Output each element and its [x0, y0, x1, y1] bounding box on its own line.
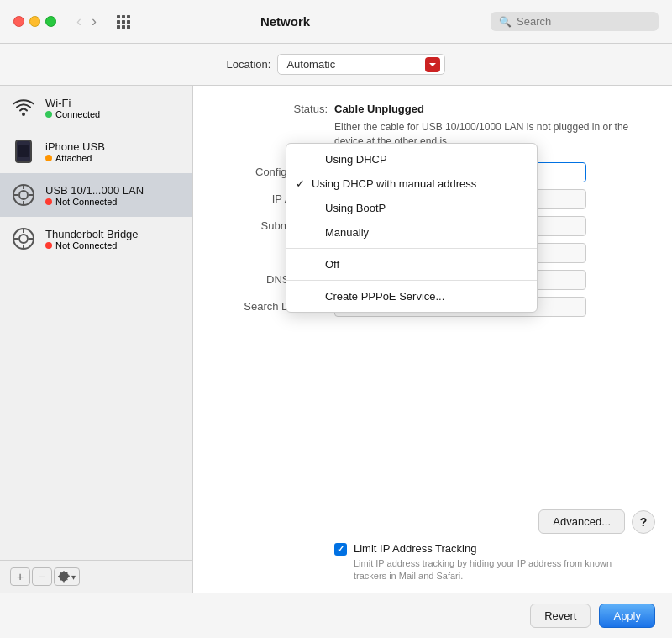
phone-icon	[10, 138, 37, 165]
dropdown-menu: Using DHCP ✓ Using DHCP with manual addr…	[286, 143, 538, 313]
usb-lan-icon	[10, 182, 37, 208]
sidebar-usb-text: USB 10/1...000 LAN Not Connected	[45, 184, 144, 207]
dropdown-item-using-dhcp-manual[interactable]: ✓ Using DHCP with manual address	[286, 171, 537, 196]
svg-point-0	[22, 113, 25, 116]
back-button[interactable]: ‹	[73, 11, 85, 32]
dropdown-divider-1	[286, 248, 537, 249]
checkmark-using-dhcp-manual: ✓	[293, 177, 307, 190]
sidebar-wifi-text: Wi-Fi Connected	[45, 97, 100, 119]
location-bar: Location: Automatic	[0, 44, 672, 86]
checkmark-using-dhcp	[307, 153, 320, 166]
dropdown-label-using-bootp: Using BootP	[325, 202, 386, 214]
location-select-wrapper: Automatic	[277, 54, 445, 75]
title-bar: ‹ › Network 🔍	[0, 0, 672, 44]
gear-menu-button[interactable]: ▾	[54, 567, 80, 586]
location-select[interactable]: Automatic	[277, 54, 445, 75]
status-dot-red	[45, 198, 52, 205]
dropdown-label-manually: Manually	[325, 226, 369, 239]
location-label: Location:	[227, 58, 271, 71]
sidebar-usb-name: USB 10/1...000 LAN	[45, 184, 144, 197]
close-button[interactable]	[13, 16, 24, 27]
dropdown-item-using-bootp[interactable]: Using BootP	[286, 196, 537, 220]
dropdown-item-manually[interactable]: Manually	[286, 220, 537, 245]
minimize-button[interactable]	[29, 16, 40, 27]
traffic-lights	[13, 16, 56, 27]
gear-dropdown-arrow: ▾	[71, 572, 76, 582]
dropdown-label-off: Off	[325, 258, 339, 271]
checkmark-off	[307, 258, 320, 271]
maximize-button[interactable]	[45, 16, 56, 27]
sidebar-iphone-name: iPhone USB	[45, 140, 105, 153]
limit-ip-text: Limit IP Address Tracking Limit IP addre…	[354, 542, 647, 583]
sidebar-wifi-name: Wi-Fi	[45, 97, 100, 109]
search-icon: 🔍	[499, 16, 512, 28]
status-dot-red2	[45, 242, 52, 249]
thunderbolt-icon	[10, 225, 37, 252]
dropdown-divider-2	[286, 280, 537, 281]
sidebar-thunderbolt-status: Not Connected	[45, 240, 139, 250]
sidebar-item-iphone-usb[interactable]: iPhone USB Attached	[0, 129, 192, 173]
limit-ip-tracking-row: ✓ Limit IP Address Tracking Limit IP add…	[334, 324, 647, 583]
dropdown-item-off[interactable]: Off	[286, 252, 537, 277]
help-button[interactable]: ?	[632, 510, 655, 534]
dropdown-label-create-pppoe: Create PPPoE Service...	[325, 290, 444, 303]
status-label: Status:	[218, 103, 328, 115]
add-network-button[interactable]: +	[10, 567, 30, 586]
svg-point-2	[19, 191, 28, 199]
search-bar[interactable]: 🔍	[491, 12, 659, 31]
sidebar-bottom: + − ▾	[0, 560, 192, 593]
sidebar-list: Wi-Fi Connected iPhone USB	[0, 86, 192, 560]
remove-network-button[interactable]: −	[32, 567, 52, 586]
sidebar-usb-status: Not Connected	[45, 197, 144, 207]
gear-icon	[58, 571, 70, 583]
sidebar-thunderbolt-name: Thunderbolt Bridge	[45, 228, 139, 240]
detail-panel: Status: Cable Unplugged Either the cable…	[193, 86, 672, 593]
status-dot-yellow	[45, 155, 52, 161]
checkmark-using-bootp	[307, 202, 320, 214]
sidebar-iphone-status: Attached	[45, 153, 105, 163]
bottom-bar: Revert Apply	[0, 593, 672, 638]
sidebar-thunderbolt-text: Thunderbolt Bridge Not Connected	[45, 228, 139, 250]
dropdown-label-using-dhcp-manual: Using DHCP with manual address	[312, 177, 476, 190]
status-value: Cable Unplugged	[334, 103, 424, 115]
page-title: Network	[90, 14, 480, 29]
checkmark-manually	[307, 226, 320, 239]
sidebar-item-wifi[interactable]: Wi-Fi Connected	[0, 86, 192, 129]
sidebar-iphone-text: iPhone USB Attached	[45, 140, 105, 163]
apply-button[interactable]: Apply	[599, 604, 655, 628]
limit-ip-checkbox[interactable]: ✓	[334, 543, 347, 556]
advanced-button[interactable]: Advanced...	[538, 509, 625, 534]
advanced-area: Advanced... ?	[538, 509, 655, 534]
main-content: Wi-Fi Connected iPhone USB	[0, 86, 672, 593]
sidebar: Wi-Fi Connected iPhone USB	[0, 86, 193, 593]
dropdown-item-using-dhcp[interactable]: Using DHCP	[286, 147, 537, 171]
sidebar-wifi-status: Connected	[45, 109, 100, 119]
status-row: Status: Cable Unplugged	[218, 103, 647, 115]
checkbox-label: Limit IP Address Tracking	[354, 542, 647, 555]
svg-point-8	[19, 235, 28, 243]
sidebar-item-usb-lan[interactable]: USB 10/1...000 LAN Not Connected	[0, 173, 192, 217]
checkmark-create-pppoe	[307, 290, 320, 303]
sidebar-item-thunderbolt[interactable]: Thunderbolt Bridge Not Connected	[0, 217, 192, 261]
search-input[interactable]	[517, 15, 650, 28]
dropdown-label-using-dhcp: Using DHCP	[325, 153, 387, 166]
checkbox-checkmark: ✓	[337, 544, 344, 555]
dropdown-item-create-pppoe[interactable]: Create PPPoE Service...	[286, 284, 537, 308]
revert-button[interactable]: Revert	[530, 604, 591, 628]
wifi-icon	[10, 94, 37, 121]
checkbox-sublabel: Limit IP address tracking by hiding your…	[354, 557, 647, 583]
status-dot-green	[45, 111, 52, 118]
